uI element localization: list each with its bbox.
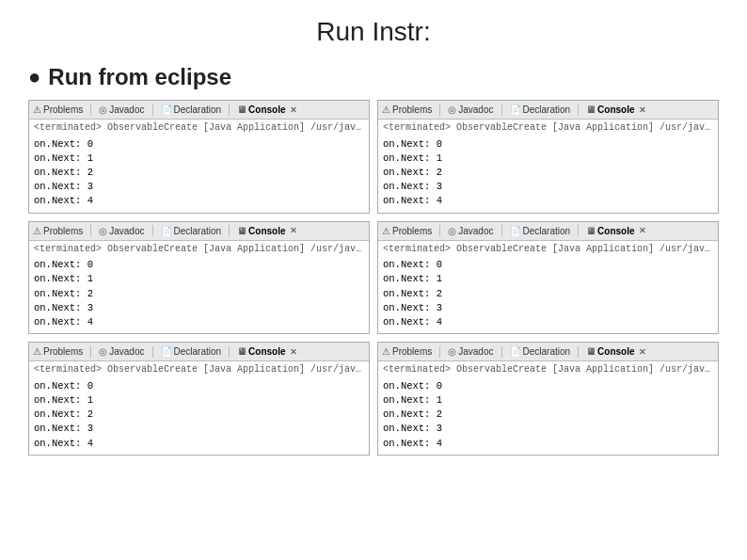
terminated-line-6: <terminated> ObservableCreate [Java Appl…: [383, 363, 713, 377]
javadoc-label-1: Javadoc: [109, 104, 144, 115]
console-label-3: Console: [248, 226, 285, 236]
output-line-4-4: on.Next: 4: [383, 315, 713, 329]
javadoc-label-6: Javadoc: [458, 346, 493, 357]
output-line-3-4: on.Next: 4: [34, 315, 364, 329]
declaration-icon-1: 📄: [161, 104, 172, 115]
console-panel-3[interactable]: ⚠ Problems ◎ Javadoc 📄 Declaration 🖥 Con…: [28, 221, 370, 335]
output-line-6-1: on.Next: 1: [383, 393, 713, 408]
console-close-btn-5[interactable]: ✕: [290, 347, 297, 357]
sep1-6: [439, 346, 440, 358]
javadoc-label-2: Javadoc: [458, 104, 493, 115]
problems-tab-1[interactable]: ⚠ Problems: [33, 104, 83, 115]
sep1-1: [90, 104, 91, 116]
declaration-icon-3: 📄: [161, 226, 172, 236]
console-panel-5[interactable]: ⚠ Problems ◎ Javadoc 📄 Declaration 🖥 Con…: [28, 342, 370, 456]
output-line-5-2: on.Next: 2: [34, 408, 364, 422]
output-line-1-1: on.Next: 1: [34, 152, 364, 166]
declaration-tab-3[interactable]: 📄 Declaration: [161, 226, 222, 236]
problems-icon-1: ⚠: [33, 104, 41, 115]
output-line-2-3: on.Next: 3: [383, 180, 713, 194]
problems-label-3: Problems: [43, 226, 83, 236]
sep3-3: [229, 225, 230, 236]
terminated-line-4: <terminated> ObservableCreate [Java Appl…: [383, 243, 713, 257]
console-icon-6: 🖥: [586, 346, 596, 357]
console-tab-2[interactable]: 🖥 Console ✕: [586, 104, 645, 115]
declaration-icon-4: 📄: [510, 226, 521, 236]
javadoc-tab-4[interactable]: ◎ Javadoc: [448, 226, 493, 236]
console-toolbar-6: ⚠ Problems ◎ Javadoc 📄 Declaration 🖥 Con…: [378, 343, 718, 361]
declaration-icon-5: 📄: [161, 346, 172, 357]
console-label-4: Console: [597, 226, 634, 236]
problems-icon-3: ⚠: [33, 226, 41, 236]
console-panel-4[interactable]: ⚠ Problems ◎ Javadoc 📄 Declaration 🖥 Con…: [377, 221, 719, 335]
heading-row: ● Run from eclipse: [0, 60, 747, 100]
declaration-label-2: Declaration: [523, 104, 571, 115]
console-close-btn-6[interactable]: ✕: [639, 347, 646, 357]
sep2-4: [501, 225, 502, 236]
javadoc-tab-5[interactable]: ◎ Javadoc: [99, 346, 144, 357]
declaration-tab-6[interactable]: 📄 Declaration: [510, 346, 571, 357]
problems-tab-4[interactable]: ⚠ Problems: [382, 226, 432, 236]
javadoc-tab-3[interactable]: ◎ Javadoc: [99, 226, 144, 236]
console-body-4: <terminated> ObservableCreate [Java Appl…: [378, 241, 718, 334]
terminated-line-5: <terminated> ObservableCreate [Java Appl…: [34, 363, 364, 377]
console-panel-1[interactable]: ⚠ Problems ◎ Javadoc 📄 Declaration 🖥 Con…: [28, 100, 370, 214]
sep2-3: [152, 225, 153, 236]
output-line-1-3: on.Next: 3: [34, 180, 364, 194]
javadoc-icon-4: ◎: [448, 226, 456, 236]
output-line-2-4: on.Next: 4: [383, 194, 713, 208]
problems-tab-6[interactable]: ⚠ Problems: [382, 346, 432, 357]
console-tab-6[interactable]: 🖥 Console ✕: [586, 346, 645, 357]
declaration-tab-2[interactable]: 📄 Declaration: [510, 104, 571, 115]
console-tab-3[interactable]: 🖥 Console ✕: [237, 226, 296, 236]
console-close-btn-1[interactable]: ✕: [290, 105, 297, 115]
sep2-6: [501, 346, 502, 358]
problems-tab-2[interactable]: ⚠ Problems: [382, 104, 432, 115]
console-tab-4[interactable]: 🖥 Console ✕: [586, 226, 645, 236]
console-body-2: <terminated> ObservableCreate [Java Appl…: [378, 120, 718, 213]
heading-text: Run from eclipse: [48, 64, 231, 90]
javadoc-label-5: Javadoc: [109, 346, 144, 357]
console-tab-5[interactable]: 🖥 Console ✕: [237, 346, 296, 357]
output-line-3-3: on.Next: 3: [34, 301, 364, 315]
terminated-line-1: <terminated> ObservableCreate [Java Appl…: [34, 121, 364, 136]
problems-icon-6: ⚠: [382, 346, 390, 357]
sep1-4: [439, 225, 440, 236]
console-toolbar-1: ⚠ Problems ◎ Javadoc 📄 Declaration 🖥 Con…: [29, 101, 369, 120]
declaration-icon-6: 📄: [510, 346, 521, 357]
javadoc-label-3: Javadoc: [109, 226, 144, 236]
problems-tab-3[interactable]: ⚠ Problems: [33, 226, 83, 236]
console-tab-1[interactable]: 🖥 Console ✕: [237, 104, 296, 115]
console-body-5: <terminated> ObservableCreate [Java Appl…: [29, 361, 369, 455]
declaration-tab-5[interactable]: 📄 Declaration: [161, 346, 222, 357]
javadoc-tab-6[interactable]: ◎ Javadoc: [448, 346, 493, 357]
sep2-1: [152, 104, 153, 116]
output-line-6-4: on.Next: 4: [383, 437, 713, 451]
console-close-btn-2[interactable]: ✕: [639, 105, 646, 115]
console-body-3: <terminated> ObservableCreate [Java Appl…: [29, 241, 369, 334]
console-label-5: Console: [248, 346, 285, 357]
sep3-6: [578, 346, 579, 358]
output-line-4-1: on.Next: 1: [383, 272, 713, 286]
declaration-tab-4[interactable]: 📄 Declaration: [510, 226, 571, 236]
declaration-label-4: Declaration: [523, 226, 571, 236]
sep1-3: [90, 225, 91, 236]
output-line-3-1: on.Next: 1: [34, 272, 364, 286]
console-toolbar-2: ⚠ Problems ◎ Javadoc 📄 Declaration 🖥 Con…: [378, 101, 718, 120]
sep3-5: [229, 346, 230, 358]
javadoc-tab-1[interactable]: ◎ Javadoc: [99, 104, 144, 115]
console-icon-4: 🖥: [586, 226, 596, 236]
output-line-4-3: on.Next: 3: [383, 301, 713, 315]
sep2-5: [152, 346, 153, 358]
javadoc-tab-2[interactable]: ◎ Javadoc: [448, 104, 493, 115]
console-icon-3: 🖥: [237, 226, 246, 236]
console-close-btn-4[interactable]: ✕: [639, 226, 646, 235]
problems-tab-5[interactable]: ⚠ Problems: [33, 346, 83, 357]
console-panel-2[interactable]: ⚠ Problems ◎ Javadoc 📄 Declaration 🖥 Con…: [377, 100, 719, 214]
problems-icon-5: ⚠: [33, 346, 41, 357]
console-toolbar-5: ⚠ Problems ◎ Javadoc 📄 Declaration 🖥 Con…: [29, 343, 369, 361]
console-close-btn-3[interactable]: ✕: [290, 226, 297, 235]
declaration-tab-1[interactable]: 📄 Declaration: [161, 104, 222, 115]
console-panel-6[interactable]: ⚠ Problems ◎ Javadoc 📄 Declaration 🖥 Con…: [377, 342, 719, 456]
output-line-3-2: on.Next: 2: [34, 287, 364, 301]
